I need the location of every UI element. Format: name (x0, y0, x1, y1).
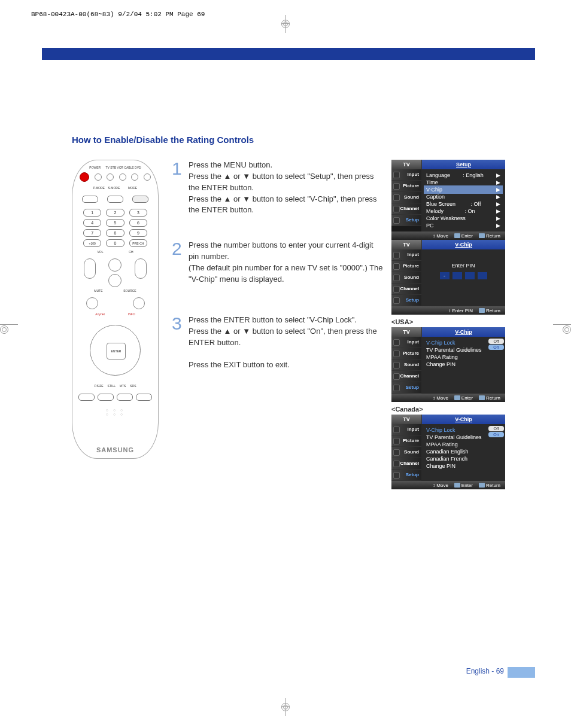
step-number: 1 (172, 160, 183, 216)
step-number: 3 (172, 315, 183, 371)
step-text: Press the ENTER button to select "V-Chip… (189, 315, 383, 371)
region-label-canada: <Canada> (391, 406, 505, 413)
region-label-usa: <USA> (391, 318, 505, 325)
page-tab-decoration (508, 667, 535, 678)
crop-mark-bottom (281, 698, 290, 716)
step-text: Press the MENU button. Press the ▲ or ▼ … (189, 160, 383, 216)
osd-vchip-canada-screenshot: TVV-Chip Input Picture Sound Channel Set… (391, 415, 505, 489)
step-number: 2 (172, 240, 183, 285)
power-button-icon (80, 172, 89, 182)
section-title: How to Enable/Disable the Rating Control… (72, 135, 505, 145)
crop-mark-right (550, 321, 571, 329)
crop-mark-left (0, 321, 21, 329)
crop-mark-top (281, 15, 290, 33)
osd-vchip-pin-screenshot: TVV-Chip Input Picture Sound Channel Set… (391, 240, 505, 315)
dpad-icon: ENTER (90, 325, 141, 376)
osd-setup-screenshot: TVSetup Input Picture Sound Channel Setu… (391, 160, 505, 240)
page-number: English - 69 (466, 667, 504, 675)
print-header: BP68-00423A-00(68~83) 9/2/04 5:02 PM Pag… (31, 11, 205, 18)
brand-label: SAMSUNG (77, 446, 153, 453)
step-text: Press the number buttons to enter your c… (189, 240, 383, 285)
osd-vchip-usa-screenshot: TVV-Chip Input Picture Sound Channel Set… (391, 327, 505, 402)
remote-illustration: POWER TV STB VCR CABLE DVD P.MODE S.MODE… (72, 160, 159, 459)
